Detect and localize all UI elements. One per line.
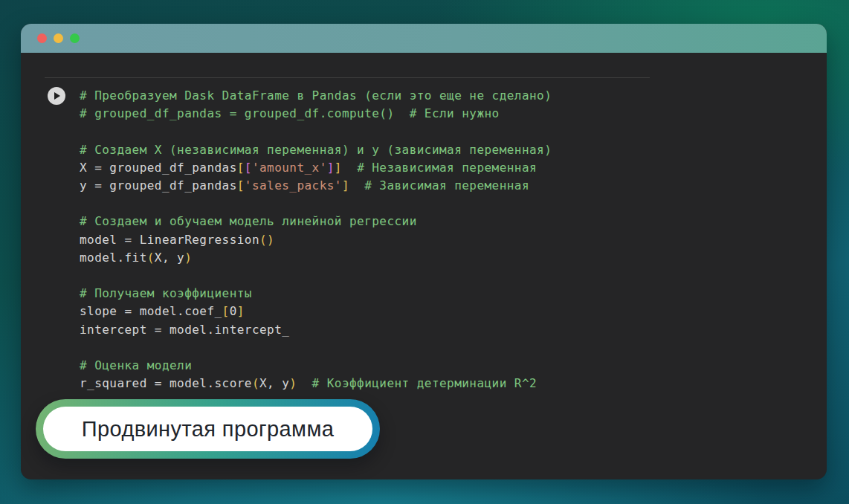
code-token: ] [342, 178, 349, 193]
code-token: 'amount_x' [252, 161, 327, 175]
code-token: ] [335, 161, 342, 175]
code-token: ( [252, 376, 259, 390]
code-token: [ [245, 161, 252, 175]
play-icon [54, 92, 60, 100]
code-token: # grouped_df_pandas = grouped_df.compute… [80, 106, 500, 120]
code-line: y = grouped_df_pandas['sales_packs'] # З… [80, 177, 552, 195]
code-token: 'sales_packs' [245, 178, 342, 193]
code-token: # Коэффициент детерминации R^2 [312, 376, 537, 390]
minimize-button[interactable] [54, 33, 63, 43]
program-badge: Продвинутая программа [36, 399, 380, 459]
code-line [80, 267, 552, 285]
program-badge-label: Продвинутая программа [82, 417, 335, 442]
code-token: [ [237, 178, 245, 193]
titlebar-divider [45, 77, 650, 78]
window-titlebar[interactable] [21, 24, 827, 53]
code-token: [ [222, 304, 230, 318]
code-token: r_squared = model.score [80, 376, 252, 390]
code-token: ] [327, 161, 335, 175]
code-token: X, y [259, 376, 289, 390]
code-block: # Преобразуем Dask DataFrame в Pandas (е… [80, 87, 552, 392]
code-token: # Зависимая переменная [364, 178, 529, 193]
code-line: model = LinearRegression() [80, 231, 552, 249]
code-token: slope = model.coef_ [80, 304, 222, 318]
code-token: ) [289, 376, 297, 390]
code-line [80, 195, 552, 213]
code-token: y = grouped_df_pandas [80, 178, 237, 193]
code-token: () [259, 233, 274, 247]
code-line: r_squared = model.score(X, y) # Коэффици… [80, 375, 552, 392]
code-line [80, 339, 552, 357]
code-line: model.fit(X, y) [80, 249, 552, 267]
code-token [349, 178, 364, 193]
code-line: # Создаем X (независимая переменная) и y… [80, 141, 552, 159]
code-line: # Преобразуем Dask DataFrame в Pandas (е… [80, 87, 552, 105]
code-token: ] [237, 304, 245, 318]
code-token [342, 161, 357, 175]
code-line: X = grouped_df_pandas[['amount_x']] # Не… [80, 159, 552, 177]
code-line [80, 123, 552, 140]
code-token: [ [237, 161, 245, 175]
code-token: # Преобразуем Dask DataFrame в Pandas (е… [80, 88, 552, 103]
code-token [297, 376, 311, 390]
code-token: # Создаем X (независимая переменная) и y… [80, 143, 552, 157]
code-line: # Оценка модели [80, 357, 552, 375]
code-token: ) [184, 251, 192, 265]
close-button[interactable] [37, 33, 47, 43]
page-background: { "window": { "controls": [ { "name": "c… [0, 0, 849, 504]
code-line: # grouped_df_pandas = grouped_df.compute… [80, 105, 552, 123]
code-token: 0 [230, 304, 237, 318]
code-token: X, y [155, 251, 184, 265]
code-token: ( [147, 251, 155, 265]
code-line: intercept = model.intercept_ [80, 321, 552, 339]
program-badge-inner: Продвинутая программа [43, 407, 372, 451]
code-token: X = grouped_df_pandas [80, 161, 237, 175]
run-cell-button[interactable] [48, 87, 65, 105]
code-token: model = LinearRegression [80, 233, 259, 247]
code-line: # Создаем и обучаем модель линейной регр… [80, 213, 552, 230]
code-line: slope = model.coef_[0] [80, 303, 552, 320]
code-token: model.fit [80, 251, 147, 265]
code-line: # Получаем коэффициенты [80, 285, 552, 303]
code-token: # Получаем коэффициенты [80, 286, 252, 300]
zoom-button[interactable] [70, 33, 80, 43]
code-token: # Независимая переменная [357, 161, 537, 175]
code-token: # Создаем и обучаем модель линейной регр… [80, 214, 417, 228]
code-token: # Оценка модели [80, 358, 192, 372]
code-token: intercept = model.intercept_ [80, 323, 289, 337]
